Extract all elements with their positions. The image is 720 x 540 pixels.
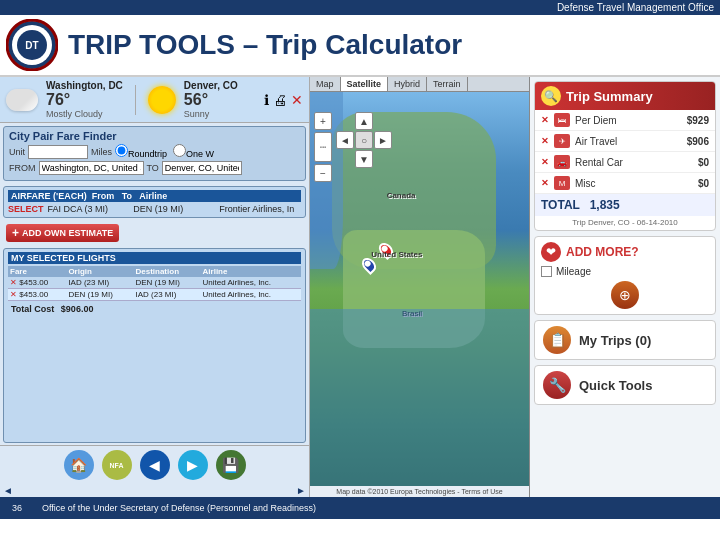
page-title: TRIP TOOLS – Trip Calculator [68,29,710,61]
zoom-out-button[interactable]: − [314,164,332,182]
table-cell: United Airlines, Inc. [201,277,301,289]
remove-flight-icon[interactable]: ✕ [10,278,19,287]
info-icon[interactable]: ℹ [264,92,269,108]
map-label-usa: United States [371,250,422,259]
table-cell: United Airlines, Inc. [201,289,301,301]
fare-from-row: FROM TO [9,161,300,175]
scroll-arrows: ◄ ► [0,484,309,497]
forward-button[interactable]: ▶ [178,450,208,480]
direction-controls: ▲ ◄ ○ ► ▼ [336,112,392,168]
nfa-label: NFA [110,462,124,469]
left-panel: Washington, DC 76° Mostly Cloudy Denver,… [0,77,310,497]
select-icon: SELECT [8,204,44,214]
fare-finder-panel: City Pair Fare Finder Unit Miles Roundtr… [3,126,306,181]
pan-up-button[interactable]: ▲ [355,112,373,130]
summary-row: ✕MMisc$0 [535,173,715,194]
roundtrip-radio[interactable] [115,144,128,157]
zoom-handle[interactable]: ▪▪▪ [314,132,332,162]
unit-label: Unit [9,147,25,157]
airfare-from: FAI DCA (3 MI) [48,204,130,214]
quick-tools-panel[interactable]: 🔧 Quick Tools [534,365,716,405]
from-label: FROM [9,163,36,173]
table-header-row: Fare Origin Destination Airline [8,266,301,277]
col-origin: Origin [66,266,133,277]
add-more-circle-icon[interactable]: ⊕ [611,281,639,309]
map-canvas[interactable]: + ▪▪▪ − ▲ ◄ ○ ► ▼ [310,92,529,486]
summary-item-label: Air Travel [575,136,682,147]
pan-left-button[interactable]: ◄ [336,131,354,149]
to-label: TO [147,163,159,173]
summary-item-icon: ✈ [554,134,570,148]
table-cell: ✕ $453.00 [8,289,66,301]
unit-input[interactable] [28,145,88,159]
add-more-icon: ❤ [541,242,561,262]
trip-summary-title: Trip Summary [566,89,653,104]
scroll-right-icon[interactable]: ► [296,485,306,496]
remove-summary-icon[interactable]: ✕ [541,157,549,167]
city1-label: Washington, DC [46,80,123,91]
footer-page-number: 36 [12,503,22,513]
save-button[interactable]: 💾 [216,450,246,480]
weather-icon-sunny [148,86,176,114]
map-footer: Map data ©2010 Europa Technologies - Ter… [310,486,529,497]
remove-summary-icon[interactable]: ✕ [541,178,549,188]
trip-summary-panel: 🔍 Trip Summary ✕🛏Per Diem$929✕✈Air Trave… [534,81,716,231]
svg-text:DT: DT [25,40,38,51]
add-estimate-button[interactable]: + ADD OWN ESTIMATE [6,224,119,242]
map-ocean-bottom [310,309,529,486]
airfare-to: DEN (19 MI) [133,204,215,214]
back-button[interactable]: ◀ [140,450,170,480]
zoom-in-button[interactable]: + [314,112,332,130]
summary-item-label: Misc [575,178,693,189]
tab-terrain[interactable]: Terrain [427,77,468,91]
miles-label: Miles [91,147,112,157]
remove-summary-icon[interactable]: ✕ [541,115,549,125]
table-cell: DEN (19 MI) [66,289,133,301]
total-label: TOTAL [541,198,580,212]
flights-table: Fare Origin Destination Airline ✕ $453.0… [8,266,301,301]
summary-item-amount: $906 [687,136,709,147]
tab-satellite[interactable]: Satellite [341,77,389,91]
add-more-header: ❤ ADD MORE? [541,242,709,262]
my-trips-panel[interactable]: 📋 My Trips (0) [534,320,716,360]
tab-hybrid[interactable]: Hybrid [388,77,427,91]
remove-flight-icon[interactable]: ✕ [10,290,19,299]
pan-right-button[interactable]: ► [374,131,392,149]
close-icon[interactable]: ✕ [291,92,303,108]
mileage-row: Mileage [541,266,709,277]
map-label-canada: Canada [387,191,416,200]
table-row: ✕ $453.00IAD (23 MI)DEN (19 MI)United Ai… [8,277,301,289]
mileage-checkbox[interactable] [541,266,552,277]
summary-row: ✕✈Air Travel$906 [535,131,715,152]
summary-item-icon: 🛏 [554,113,570,127]
desc2-label: Sunny [184,109,238,119]
total-value: $906.00 [61,304,94,314]
my-trips-icon: 📋 [543,326,571,354]
weather-bar: Washington, DC 76° Mostly Cloudy Denver,… [0,77,309,123]
table-row: ✕ $453.00DEN (19 MI)IAD (23 MI)United Ai… [8,289,301,301]
pan-down-button[interactable]: ▼ [355,150,373,168]
summary-item-label: Rental Car [575,157,693,168]
add-more-title: ADD MORE? [566,245,639,259]
from-input[interactable] [39,161,144,175]
scroll-left-icon[interactable]: ◄ [3,485,13,496]
home-button[interactable]: 🏠 [64,450,94,480]
fare-row-unit: Unit Miles Roundtrip One W [9,144,300,159]
temp2-label: 56° [184,91,238,109]
oneway-label: One W [186,149,214,159]
pan-center-button[interactable]: ○ [355,131,373,149]
remove-summary-icon[interactable]: ✕ [541,136,549,146]
nfa-button[interactable]: NFA [102,450,132,480]
print-icon[interactable]: 🖨 [273,92,287,108]
summary-item-icon: 🚗 [554,155,570,169]
logo-icon: DT [6,19,58,71]
total-label: Total Cost [11,304,54,314]
my-trips-label: My Trips (0) [579,333,651,348]
temp1-label: 76° [46,91,123,109]
total-cost-row: Total Cost $906.00 [8,303,301,315]
oneway-radio[interactable] [173,144,186,157]
roundtrip-label: Roundtrip [128,149,167,159]
to-input[interactable] [162,161,242,175]
tab-map[interactable]: Map [310,77,341,91]
total-row: TOTAL 1,835 [535,194,715,216]
